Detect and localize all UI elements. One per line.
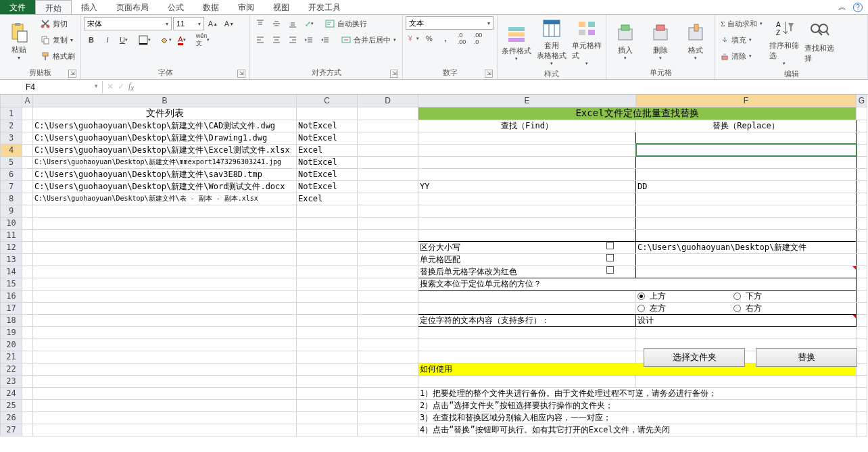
- tab-data[interactable]: 数据: [193, 0, 228, 14]
- find-select-button[interactable]: 查找和选择: [803, 16, 836, 68]
- cell-B25[interactable]: [33, 399, 297, 411]
- cell-D19[interactable]: [358, 326, 418, 338]
- cell-C23[interactable]: [297, 375, 358, 387]
- cell-F6[interactable]: [636, 168, 857, 180]
- cell-A4[interactable]: [22, 144, 33, 156]
- cell-C12[interactable]: [297, 241, 358, 253]
- font-launcher-icon[interactable]: ⇲: [237, 70, 245, 78]
- cell-G17[interactable]: [857, 302, 867, 314]
- cell-G9[interactable]: [857, 205, 867, 217]
- row-header-12[interactable]: 12: [1, 241, 22, 253]
- cell-G18[interactable]: [857, 314, 867, 326]
- font-color-button[interactable]: A▾: [174, 32, 189, 47]
- cell-G13[interactable]: [857, 253, 867, 266]
- cell-G23[interactable]: [857, 375, 867, 387]
- cell-C3[interactable]: NotExcel: [297, 132, 358, 144]
- cell-D5[interactable]: [358, 156, 418, 168]
- cell-E8[interactable]: [418, 193, 636, 205]
- fill-button[interactable]: 填充▾: [718, 32, 765, 47]
- row-header-23[interactable]: 23: [1, 375, 22, 387]
- cell-C21[interactable]: [297, 351, 358, 363]
- cell-C1[interactable]: [297, 107, 358, 120]
- accounting-format-button[interactable]: ¥▾: [406, 31, 420, 46]
- cell-A12[interactable]: [22, 241, 33, 253]
- cell-F12[interactable]: C:\Users\guohaoyuan\Desktop\新建文件: [636, 241, 857, 253]
- cell-A11[interactable]: [22, 229, 33, 241]
- cell-E19[interactable]: [418, 326, 636, 338]
- tab-dev-tools[interactable]: 开发工具: [299, 0, 350, 14]
- checkbox-13[interactable]: [606, 254, 614, 261]
- cell-F5[interactable]: [636, 156, 857, 168]
- cell-B19[interactable]: [33, 326, 297, 338]
- fx-icon[interactable]: fx: [128, 81, 134, 92]
- cell-B14[interactable]: [33, 266, 297, 278]
- cell-A14[interactable]: [22, 266, 33, 278]
- cell-D7[interactable]: [358, 180, 418, 193]
- cell-E10[interactable]: [418, 217, 636, 229]
- cancel-formula-icon[interactable]: ✕: [107, 82, 114, 91]
- sort-filter-button[interactable]: AZ排序和筛选▾: [768, 16, 800, 68]
- cell-G12[interactable]: [857, 241, 867, 253]
- cell-F16[interactable]: 上方 下方: [636, 290, 857, 302]
- cell-C22[interactable]: [297, 363, 358, 375]
- align-left-icon[interactable]: [253, 32, 268, 47]
- cell-C5[interactable]: NotExcel: [297, 156, 358, 168]
- cell-C16[interactable]: [297, 290, 358, 302]
- number-format-combo[interactable]: 文本▾: [406, 16, 493, 30]
- cell-B1[interactable]: 文件列表: [33, 107, 297, 120]
- cell-G21[interactable]: [857, 351, 867, 363]
- cell-A15[interactable]: [22, 278, 33, 290]
- cell-E26[interactable]: 3）在查找和替换区域分别输入相应内容，一一对应；: [418, 411, 857, 424]
- row-header-1[interactable]: 1: [1, 107, 22, 120]
- cell-F13[interactable]: [636, 253, 857, 266]
- cell-D4[interactable]: [358, 144, 418, 156]
- cell-G25[interactable]: [857, 399, 867, 411]
- cell-B20[interactable]: [33, 338, 297, 351]
- percent-format-button[interactable]: %: [422, 31, 437, 46]
- cell-G16[interactable]: [857, 290, 867, 302]
- cell-D11[interactable]: [358, 229, 418, 241]
- cell-A7[interactable]: [22, 180, 33, 193]
- row-header-7[interactable]: 7: [1, 180, 22, 193]
- cell-B21[interactable]: [33, 351, 297, 363]
- cell-D14[interactable]: [358, 266, 418, 278]
- cell-C25[interactable]: [297, 399, 358, 411]
- row-header-26[interactable]: 26: [1, 411, 22, 424]
- cell-G4[interactable]: [857, 144, 867, 156]
- fill-color-button[interactable]: ▾: [158, 32, 173, 47]
- cell-E3[interactable]: [418, 132, 636, 144]
- cell-A3[interactable]: [22, 132, 33, 144]
- cell-A22[interactable]: [22, 363, 33, 375]
- cell-C7[interactable]: NotExcel: [297, 180, 358, 193]
- cut-button[interactable]: 剪切: [38, 16, 78, 31]
- cell-D1[interactable]: [358, 107, 418, 120]
- merge-center-button[interactable]: 合并后居中▾: [339, 32, 399, 47]
- increase-font-icon[interactable]: A▲: [206, 16, 220, 31]
- cell-B11[interactable]: [33, 229, 297, 241]
- cell-E2[interactable]: 查找（Find）: [418, 120, 636, 132]
- format-cells-button[interactable]: 格式▾: [679, 16, 712, 66]
- cell-A10[interactable]: [22, 217, 33, 229]
- cell-E14[interactable]: 替换后单元格字体改为红色: [418, 266, 636, 278]
- cell-C19[interactable]: [297, 326, 358, 338]
- row-header-20[interactable]: 20: [1, 338, 22, 351]
- decrease-indent-icon[interactable]: [302, 32, 316, 47]
- cell-D26[interactable]: [358, 411, 418, 424]
- cell-F17[interactable]: 左方 右方: [636, 302, 857, 314]
- row-header-13[interactable]: 13: [1, 253, 22, 266]
- align-top-icon[interactable]: [253, 16, 268, 31]
- cell-B3[interactable]: C:\Users\guohaoyuan\Desktop\新建文件\Drawing…: [33, 132, 297, 144]
- cell-D25[interactable]: [358, 399, 418, 411]
- row-header-19[interactable]: 19: [1, 326, 22, 338]
- clear-button[interactable]: 清除▾: [718, 49, 765, 64]
- row-header-17[interactable]: 17: [1, 302, 22, 314]
- col-header-A[interactable]: A: [22, 95, 33, 107]
- cell-B24[interactable]: [33, 387, 297, 399]
- cell-C27[interactable]: [297, 424, 358, 436]
- cell-C26[interactable]: [297, 411, 358, 424]
- autosum-button[interactable]: Σ自动求和▾: [718, 16, 765, 31]
- col-header-B[interactable]: B: [33, 95, 297, 107]
- underline-button[interactable]: U▾: [116, 32, 131, 47]
- table-format-button[interactable]: 套用 表格格式▾: [535, 16, 568, 68]
- cell-A24[interactable]: [22, 387, 33, 399]
